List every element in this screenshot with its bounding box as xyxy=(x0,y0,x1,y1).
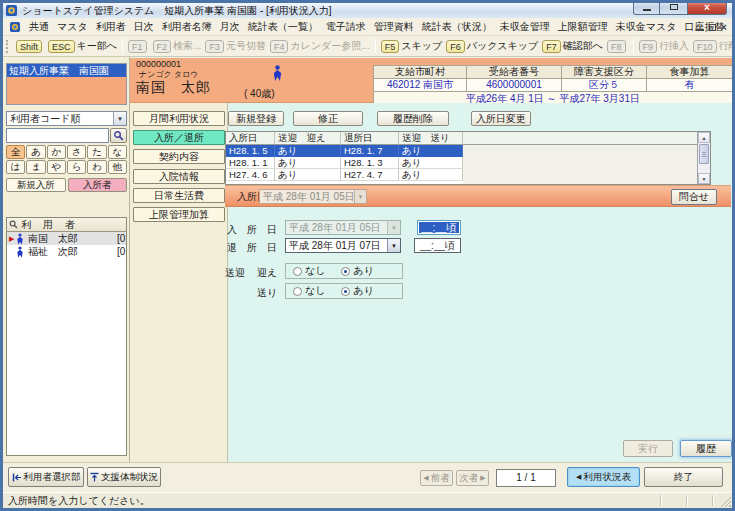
column-header: 送迎 送り xyxy=(399,132,463,144)
history-button[interactable]: 履歴 xyxy=(680,440,732,457)
list-item[interactable]: 福祉 次郎 [0 xyxy=(7,245,126,258)
user-search-input[interactable] xyxy=(6,128,109,143)
kana-filter-button[interactable]: か xyxy=(47,145,66,159)
menu-item[interactable]: 未収金管理 xyxy=(500,20,550,34)
admission-date-bar-dropdown[interactable]: 平成 28年 01月 05日 ▼ xyxy=(259,189,367,204)
menu-item[interactable]: 共通 xyxy=(29,20,49,34)
menu-item[interactable]: 上限額管理 xyxy=(558,20,608,34)
change-admission-date-button[interactable]: 入所日変更 xyxy=(471,111,531,126)
discharge-time-input[interactable]: __:__頃 xyxy=(414,238,461,253)
kana-filter-button[interactable]: な xyxy=(108,145,127,159)
close-button[interactable]: × xyxy=(687,0,727,15)
toolbar-key-f6[interactable]: F6バックスキップ xyxy=(446,39,538,53)
kana-filter-button[interactable]: 全 xyxy=(6,145,25,159)
admission-time-input[interactable]: __:__頃 xyxy=(417,220,461,235)
status-message: 入所時間を入力してください。 xyxy=(8,494,150,508)
menu-item[interactable]: 統計表（状況） xyxy=(422,20,492,34)
tab-admission-discharge[interactable]: 入所／退所 xyxy=(133,130,225,145)
chevron-down-icon: ▼ xyxy=(387,221,400,234)
menu-item[interactable]: 統計表（一覧） xyxy=(248,20,318,34)
dropoff-label: 送り xyxy=(257,286,277,300)
table-row[interactable]: H28. 1. 5 あり H28. 1. 7 あり xyxy=(226,145,463,157)
kana-filter-button[interactable]: ら xyxy=(67,160,86,174)
menu-item[interactable]: 管理資料 xyxy=(374,20,414,34)
tab-daily-living-cost[interactable]: 日常生活費 xyxy=(133,188,225,203)
toolbar-key-esc[interactable]: ESCキー部へ xyxy=(48,39,117,53)
toolbar-grip-icon xyxy=(6,40,10,53)
mdi-window-controls: × xyxy=(696,18,727,36)
register-button[interactable]: 新規登録 xyxy=(228,111,284,126)
menu-item[interactable]: 日次 xyxy=(134,20,154,34)
sort-order-dropdown[interactable]: 利用者コード順 ▼ xyxy=(6,111,127,126)
tab-limit-management[interactable]: 上限管理加算 xyxy=(133,207,225,222)
main-panel: 000000001 ナンゴク タロウ 南国 太郎 ( 40歳) 支給市町村 受給… xyxy=(130,57,732,462)
selected-record-bar: 入所日 平成 28年 01月 05日 ▼ 問合せ xyxy=(225,185,731,207)
scroll-down-icon[interactable]: ▼ xyxy=(698,173,710,184)
facility-list-item[interactable]: 短期入所事業 南国園 xyxy=(7,64,126,77)
modify-button[interactable]: 修正 xyxy=(293,111,363,126)
dropoff-yes-radio[interactable]: あり xyxy=(341,284,373,298)
kana-filter-button[interactable]: や xyxy=(47,160,66,174)
recipient-value: 区分５ xyxy=(562,79,647,92)
chevron-down-icon[interactable]: ▼ xyxy=(387,239,400,252)
user-search-row xyxy=(6,128,127,143)
menu-item[interactable]: 利用者名簿 xyxy=(162,20,212,34)
kana-filter-button[interactable]: あ xyxy=(26,145,45,159)
usage-status-table-button[interactable]: ◀利用状況表 xyxy=(567,467,640,487)
support-status-button[interactable]: 支援体制状況 xyxy=(87,467,161,487)
inquiry-button[interactable]: 問合せ xyxy=(671,189,717,205)
maximize-icon xyxy=(670,4,678,10)
toolbar-key-f7[interactable]: F7確認部へ xyxy=(542,39,603,53)
toolbar-key-f4: F4カレンダー参照... xyxy=(270,39,370,53)
toolbar-key-shift[interactable]: Shift xyxy=(16,40,44,53)
menu-item[interactable]: 未収金マスタ xyxy=(616,20,677,34)
kana-filter-button[interactable]: 他 xyxy=(108,160,127,174)
table-row[interactable]: H28. 1. 1 あり H28. 1. 3 あり xyxy=(226,157,463,169)
new-admission-button[interactable]: 新規入所 xyxy=(6,178,66,192)
scrollbar-thumb[interactable] xyxy=(699,144,709,164)
pickup-radio-group: なし あり xyxy=(285,263,403,279)
delete-history-button[interactable]: 履歴削除 xyxy=(377,111,449,126)
admission-date-dropdown: 平成 28年 01月 05日 ▼ xyxy=(285,220,401,235)
column-header: 退所日 xyxy=(341,132,399,144)
person-icon xyxy=(16,246,25,258)
pickup-yes-radio[interactable]: あり xyxy=(341,264,373,278)
minimize-button[interactable] xyxy=(633,0,660,15)
list-item[interactable]: ▶ 南国 太郎 [0 xyxy=(7,232,126,245)
discharge-date-dropdown[interactable]: 平成 28年 01月 07日 ▼ xyxy=(285,238,401,253)
table-row[interactable]: H27. 4. 6 あり H27. 4. 7 あり xyxy=(226,169,463,181)
pickup-none-radio[interactable]: なし xyxy=(293,264,325,278)
execute-button: 実行 xyxy=(623,440,673,457)
mdi-restore-button[interactable] xyxy=(709,24,716,31)
mdi-minimize-button[interactable] xyxy=(696,29,704,31)
kana-filter-button[interactable]: ま xyxy=(26,160,45,174)
recipient-column-header: 支給市町村 xyxy=(374,66,467,79)
user-select-section-button[interactable]: 利用者選択部 xyxy=(8,467,84,487)
scroll-up-icon[interactable]: ▲ xyxy=(698,132,710,143)
toolbar-key-f5[interactable]: F5スキップ xyxy=(381,39,442,53)
admitted-filter-button[interactable]: 入所者 xyxy=(68,178,128,192)
dropoff-none-radio[interactable]: なし xyxy=(293,284,325,298)
kana-filter-button[interactable]: た xyxy=(87,145,106,159)
maximize-button[interactable] xyxy=(660,0,687,15)
kana-filter-button[interactable]: わ xyxy=(87,160,106,174)
menu-item[interactable]: マスタ xyxy=(57,20,88,34)
tab-monthly-usage[interactable]: 月間利用状況 xyxy=(133,111,225,126)
menu-item[interactable]: 月次 xyxy=(220,20,240,34)
status-separator xyxy=(686,495,688,506)
menu-item[interactable]: 利用者 xyxy=(96,20,126,34)
tab-hospitalization[interactable]: 入院情報 xyxy=(133,169,225,184)
user-list: 利 用 者 ▶ 南国 太郎 [0 福祉 次郎 [0 xyxy=(6,217,127,456)
kana-filter-button[interactable]: は xyxy=(6,160,25,174)
table-scrollbar[interactable]: ▲ ▼ xyxy=(697,132,710,184)
kana-filter-button[interactable]: さ xyxy=(67,145,86,159)
menu-item[interactable]: 電子請求 xyxy=(326,20,366,34)
tab-contract[interactable]: 契約内容 xyxy=(133,149,225,164)
search-button[interactable] xyxy=(110,128,127,143)
mdi-close-button[interactable]: × xyxy=(721,22,727,32)
chevron-down-icon[interactable]: ▼ xyxy=(113,112,126,125)
patient-age: ( 40歳) xyxy=(244,87,275,101)
minimize-icon xyxy=(643,9,651,11)
facility-list[interactable]: 短期入所事業 南国園 xyxy=(6,63,127,105)
exit-button[interactable]: 終了 xyxy=(644,467,723,487)
